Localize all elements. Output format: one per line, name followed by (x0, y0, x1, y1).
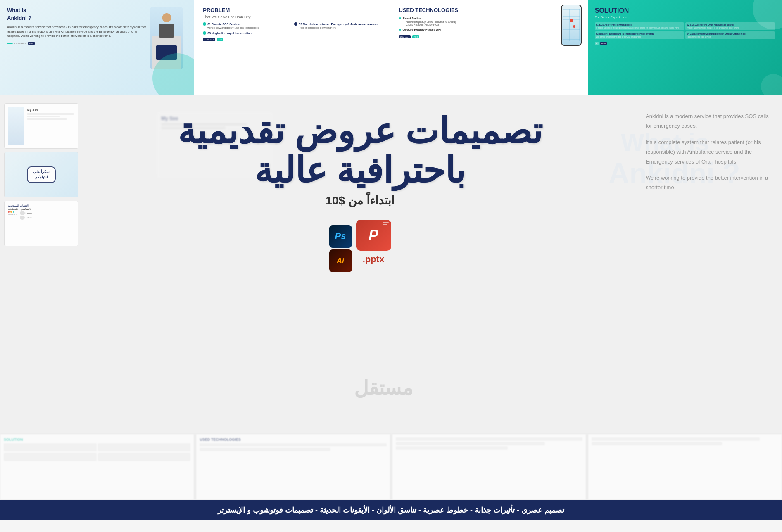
problem-item1-text: work is slow and doesn't use new technol… (203, 26, 292, 29)
mini-slide-tech: التقنيات المستخدمة المتطلبات: Google API… (4, 201, 78, 246)
solution-item-4: 04 Capability of switching between Onlin… (685, 31, 775, 39)
slide1-text: Ankidni is a modern service that provide… (7, 25, 147, 38)
thanks-bubble: شكراً على انتباهكم (27, 166, 56, 183)
right-column: What is Ankidni ? Ankidni is a modern se… (637, 95, 782, 209)
solution-item-2: 02 SOS App for the Oran Ambulance servic… (685, 22, 775, 30)
footer-bar: تصميم عصري - تأثيرات جذابة - خطوط عصرية … (0, 500, 782, 520)
center-column: تصميمات عروض تقديمية باحترافية عالية ابت… (83, 95, 637, 290)
mini-slide-thanks: شكراً على انتباهكم (4, 152, 78, 197)
app-icons-row: Ps Ai P (329, 220, 391, 277)
main-heading-arabic: تصميمات عروض تقديمية باحترافية عالية (178, 112, 542, 190)
bottom-slide-1: SOLUTION (0, 434, 194, 500)
solution-item-3: 03 Realtime Dashboard in emergency servi… (595, 31, 685, 39)
problem-item3-title: 03 Neglecting rapid intervention (207, 32, 252, 35)
problem-item2-text: Poor of connection between them. (294, 26, 383, 29)
slide1-title2: Ankidni ? (7, 15, 147, 21)
footer-text: تصميم عصري - تأثيرات جذابة - خطوط عصرية … (218, 506, 564, 514)
pptx-icon: P (356, 220, 391, 251)
slide4-subtitle: For Better Experience (595, 15, 775, 19)
phone-mockup (561, 5, 582, 46)
bottom-slide-4 (588, 434, 782, 500)
slide-card-3[interactable]: USED TECHNOLOGIES React Native : Native … (392, 0, 586, 95)
slide2-subtitle: That We Solve For Oran City (203, 15, 383, 19)
slide3-title: USED TECHNOLOGIES (399, 7, 579, 13)
top-slides-row: What is Ankidni ? Ankidni is a modern se… (0, 0, 782, 95)
slide1-title: What is (7, 7, 147, 13)
problem-item2-title: 02 No relation between Emergency & Ambul… (299, 23, 378, 26)
right-text-1: Ankidni is a modern service that provide… (646, 112, 774, 131)
pptx-label: .pptx (363, 254, 385, 265)
slide4-title: SOLUTION (595, 7, 775, 14)
bottom-slides-row: SOLUTION USED TECHNOLOGIES (0, 434, 782, 500)
solution-item-1: 01 SOS App for most Oran people A mobile… (595, 22, 685, 30)
watermark-logo: مستقل (350, 374, 433, 401)
mini-slide-mysee: My See (4, 103, 78, 149)
ai-icon: Ai (329, 249, 352, 272)
right-text-3: We're working to provide the better inte… (646, 173, 774, 192)
slide-card-1[interactable]: What is Ankidni ? Ankidni is a modern se… (0, 0, 194, 95)
slide-card-2[interactable]: PROBLEM That We Solve For Oran City 01 C… (196, 0, 390, 95)
problem-item1-title: 01 Classic SOS Service (207, 23, 240, 26)
tech-item1: React Native : Native (High app performa… (399, 17, 579, 26)
slide2-title: PROBLEM (203, 7, 383, 13)
middle-section: My See شكراً على انتباهكم الت (0, 95, 782, 434)
tech-item2: Google Nearby Places API (399, 28, 579, 31)
main-subheading: ابتداءاً من $10 (326, 194, 394, 207)
ps-icon: Ps (329, 225, 352, 248)
left-column: My See شكراً على انتباهكم الت (0, 95, 83, 254)
slide-card-4[interactable]: SOLUTION For Better Experience 01 SOS Ap… (588, 0, 782, 95)
right-text-2: It's a complete system that relates pati… (646, 138, 774, 166)
svg-text:مستقل: مستقل (354, 377, 413, 399)
bottom-slide-2: USED TECHNOLOGIES (196, 434, 390, 500)
bottom-slide-3 (392, 434, 586, 500)
mini-mysee-label: My See (27, 108, 74, 112)
main-wrapper: What is Ankidni ? Ankidni is a modern se… (0, 0, 782, 532)
